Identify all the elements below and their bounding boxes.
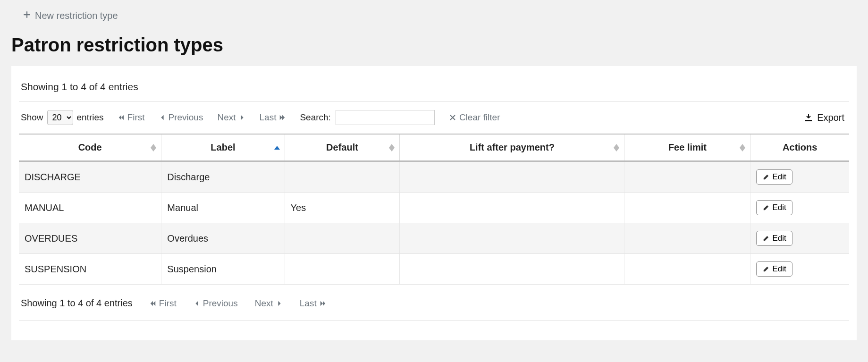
col-header-default[interactable]: Default <box>285 134 400 161</box>
edit-button[interactable]: Edit <box>756 200 792 215</box>
cell-fee <box>624 223 750 254</box>
length-prefix: Show <box>21 112 43 123</box>
divider <box>19 320 849 320</box>
search-label: Search: <box>300 112 330 123</box>
page-title: Patron restriction types <box>11 34 868 56</box>
pager-next-bottom[interactable]: Next <box>255 298 283 309</box>
chevron-double-right-icon <box>320 300 326 307</box>
search-input[interactable] <box>336 110 435 125</box>
cell-code: SUSPENSION <box>19 254 161 285</box>
download-icon <box>804 113 813 122</box>
cell-default: Yes <box>285 193 400 223</box>
pencil-icon <box>762 204 769 211</box>
pencil-icon <box>762 266 769 273</box>
new-restriction-type-label: New restriction type <box>35 10 118 21</box>
cell-code: DISCHARGE <box>19 161 161 193</box>
divider <box>19 101 849 101</box>
cell-label: Suspension <box>161 254 285 285</box>
cell-lift <box>400 193 624 223</box>
pager-last-top[interactable]: Last <box>260 112 286 123</box>
chevron-right-icon <box>276 300 283 307</box>
sort-icon <box>740 144 745 152</box>
length-control: Show 20 entries <box>21 110 104 125</box>
cell-default <box>285 254 400 285</box>
col-header-lift[interactable]: Lift after payment? <box>400 134 624 161</box>
cell-code: MANUAL <box>19 193 161 223</box>
chevron-double-right-icon <box>279 114 286 121</box>
chevron-right-icon <box>239 114 245 121</box>
pencil-icon <box>762 174 769 181</box>
cell-fee <box>624 161 750 193</box>
cell-actions: Edit <box>750 254 849 285</box>
pager-next-top[interactable]: Next <box>217 112 245 123</box>
sort-icon <box>614 144 619 152</box>
chevron-double-left-icon <box>150 300 156 307</box>
new-restriction-type-link[interactable]: New restriction type <box>23 10 118 21</box>
table-row: SUSPENSIONSuspensionEdit <box>19 254 849 285</box>
cell-label: Overdues <box>161 223 285 254</box>
restriction-types-table: Code Label Default <box>19 134 849 285</box>
close-icon <box>449 114 456 121</box>
pager-previous-top[interactable]: Previous <box>159 112 203 123</box>
pager-previous-bottom[interactable]: Previous <box>194 298 238 309</box>
sort-asc-icon <box>274 146 280 150</box>
table-row: MANUALManualYesEdit <box>19 193 849 223</box>
table-row: OVERDUESOverduesEdit <box>19 223 849 254</box>
cell-label: Manual <box>161 193 285 223</box>
table-row: DISCHARGEDischargeEdit <box>19 161 849 193</box>
cell-label: Discharge <box>161 161 285 193</box>
pencil-icon <box>762 235 769 242</box>
pager-last-bottom[interactable]: Last <box>300 298 326 309</box>
chevron-left-icon <box>194 300 200 307</box>
edit-button[interactable]: Edit <box>756 231 792 246</box>
cell-actions: Edit <box>750 223 849 254</box>
pager-first-bottom[interactable]: First <box>150 298 177 309</box>
cell-default <box>285 223 400 254</box>
cell-code: OVERDUES <box>19 223 161 254</box>
clear-filter-button[interactable]: Clear filter <box>449 112 500 123</box>
col-header-fee[interactable]: Fee limit <box>624 134 750 161</box>
chevron-double-left-icon <box>118 114 125 121</box>
cell-lift <box>400 254 624 285</box>
plus-icon <box>23 10 31 21</box>
col-header-label[interactable]: Label <box>161 134 285 161</box>
export-button[interactable]: Export <box>804 112 847 123</box>
datatable-info-top: Showing 1 to 4 of 4 entries <box>21 81 849 93</box>
col-header-code[interactable]: Code <box>19 134 161 161</box>
cell-fee <box>624 254 750 285</box>
cell-default <box>285 161 400 193</box>
datatable-info-bottom: Showing 1 to 4 of 4 entries <box>21 298 133 309</box>
cell-fee <box>624 193 750 223</box>
sort-icon <box>151 144 156 152</box>
cell-lift <box>400 223 624 254</box>
length-suffix: entries <box>77 112 104 123</box>
chevron-left-icon <box>159 114 166 121</box>
search-control: Search: <box>300 110 434 125</box>
edit-button[interactable]: Edit <box>756 169 792 185</box>
cell-actions: Edit <box>750 161 849 193</box>
cell-lift <box>400 161 624 193</box>
col-header-actions: Actions <box>750 134 849 161</box>
sort-icon <box>389 144 395 152</box>
pager-first-top[interactable]: First <box>118 112 145 123</box>
cell-actions: Edit <box>750 193 849 223</box>
edit-button[interactable]: Edit <box>756 261 792 277</box>
main-panel: Showing 1 to 4 of 4 entries Show 20 entr… <box>11 66 857 340</box>
length-select[interactable]: 20 <box>47 110 73 125</box>
